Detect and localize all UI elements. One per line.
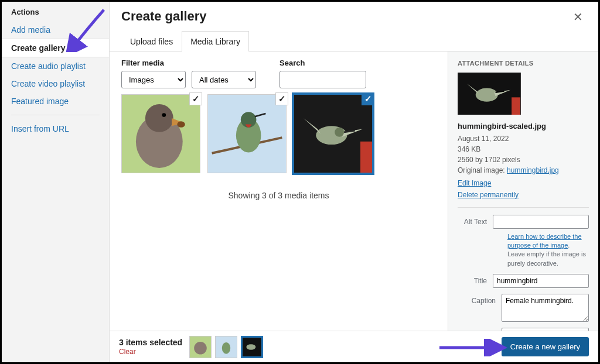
svg-point-16 — [476, 88, 498, 101]
media-thumb-ruby-throat[interactable]: ✓ — [207, 94, 287, 173]
bird-ruby-icon — [208, 95, 286, 173]
svg-point-2 — [145, 104, 173, 132]
caption-input[interactable] — [502, 294, 589, 322]
tab-media-library[interactable]: Media Library — [182, 31, 249, 51]
filter-type-select[interactable]: Images — [121, 71, 186, 88]
modal-title: Create gallery — [121, 9, 207, 24]
svg-point-21 — [222, 342, 230, 353]
media-thumb-hummingbird[interactable]: ✓ — [294, 94, 373, 173]
sidebar-divider — [11, 115, 100, 115]
title-label: Title — [458, 274, 493, 288]
edit-image-link[interactable]: Edit Image — [458, 178, 589, 188]
sidebar-item-create-gallery[interactable]: Create gallery — [2, 39, 109, 57]
svg-point-19 — [194, 342, 207, 355]
close-icon[interactable]: ✕ — [570, 9, 587, 25]
svg-point-23 — [247, 344, 256, 350]
sidebar-item-audio-playlist[interactable]: Create audio playlist — [2, 57, 109, 75]
svg-point-12 — [335, 128, 344, 137]
caption-label: Caption — [458, 294, 502, 322]
title-input[interactable] — [493, 274, 589, 288]
filter-date-select[interactable]: All dates — [192, 71, 256, 88]
attachment-date: August 11, 2022 — [458, 135, 509, 143]
attachment-preview — [458, 73, 521, 115]
attachment-meta: hummingbird-scaled.jpg August 11, 2022 3… — [458, 121, 589, 200]
create-gallery-button[interactable]: Create a new gallery — [502, 337, 589, 356]
svg-rect-10 — [360, 142, 372, 173]
sidebar-item-video-playlist[interactable]: Create video playlist — [2, 75, 109, 92]
media-tabs: Upload files Media Library — [110, 25, 598, 51]
sidebar-item-add-media[interactable]: Add media — [2, 21, 109, 39]
sidebar-heading: Actions — [2, 2, 109, 21]
bird-jay-icon — [122, 95, 200, 173]
media-panel: Filter media Images All dates Search — [110, 51, 448, 362]
sidebar-item-featured-image[interactable]: Featured image — [2, 92, 109, 110]
attachment-dimensions: 2560 by 1702 pixels — [458, 156, 520, 164]
mini-thumb[interactable] — [189, 336, 212, 358]
selected-thumbnails — [189, 336, 263, 358]
original-label: Original image: — [458, 166, 507, 174]
selected-count: 3 items selected — [119, 338, 182, 347]
attachment-size: 346 KB — [458, 145, 480, 153]
mini-thumb[interactable] — [215, 336, 237, 358]
actions-sidebar: Actions Add media Create gallery Create … — [2, 2, 110, 362]
bird-hummingbird-icon — [294, 95, 372, 173]
clear-selection-link[interactable]: Clear — [119, 348, 136, 356]
footer-bar: 3 items selected Clear Create a new gall… — [110, 331, 598, 362]
alt-help-text: Learn how to describe the purpose of the… — [507, 232, 589, 269]
alt-help-link[interactable]: Learn how to describe the purpose of the… — [507, 233, 582, 249]
check-icon: ✓ — [362, 92, 374, 105]
media-thumb-jay[interactable]: ✓ — [121, 94, 200, 173]
sidebar-item-insert-url[interactable]: Insert from URL — [2, 120, 109, 138]
svg-point-4 — [177, 121, 185, 128]
mini-thumb[interactable] — [241, 336, 263, 358]
alt-text-label: Alt Text — [458, 215, 493, 229]
tab-upload-files[interactable]: Upload files — [121, 31, 182, 51]
check-icon: ✓ — [275, 92, 288, 105]
details-heading: ATTACHMENT DETAILS — [458, 60, 589, 67]
delete-permanently-link[interactable]: Delete permanently — [458, 190, 589, 200]
preview-hummingbird-icon — [458, 73, 521, 115]
check-icon: ✓ — [189, 92, 202, 105]
search-input[interactable] — [279, 71, 366, 88]
attachment-details: ATTACHMENT DETAILS hummingbird-scaled.jp… — [448, 51, 598, 362]
search-label: Search — [279, 59, 366, 67]
alt-text-input[interactable] — [493, 215, 589, 229]
showing-count: Showing 3 of 3 media items — [121, 191, 436, 200]
svg-point-3 — [162, 113, 166, 117]
attachment-filename: hummingbird-scaled.jpg — [458, 121, 589, 132]
filter-media-label: Filter media — [121, 59, 256, 67]
original-link[interactable]: hummingbird.jpg — [507, 166, 559, 174]
svg-rect-15 — [512, 97, 520, 115]
